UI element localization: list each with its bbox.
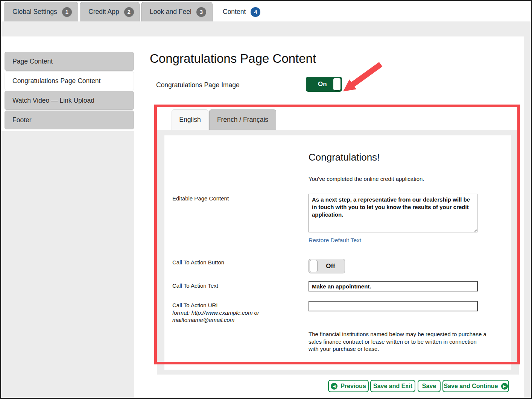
call-to-action-button-label: Call To Action Button <box>172 259 224 265</box>
previous-button[interactable]: ◀ Previous <box>328 380 369 392</box>
save-button-label: Save <box>422 383 436 390</box>
step-badge: 2 <box>124 7 134 17</box>
tab-credit-app[interactable]: Credit App 2 <box>80 2 140 21</box>
tab-content[interactable]: Content 4 <box>214 2 266 21</box>
financial-disclaimer-text: The financial institutions named below m… <box>309 331 487 353</box>
preview-heading: Congratulations! <box>309 152 380 163</box>
call-to-action-url-input[interactable] <box>309 301 478 311</box>
save-and-continue-button[interactable]: Save and Continue ▶ <box>442 380 509 392</box>
tab-label: Look and Feel <box>150 8 192 16</box>
call-to-action-url-hint-line2: mailto:name@email.com <box>172 317 234 323</box>
tab-french[interactable]: French / Français <box>209 109 276 130</box>
page-title: Congratulations Page Content <box>150 52 316 66</box>
step-badge: 1 <box>62 7 72 17</box>
toggle-knob <box>310 260 318 272</box>
preview-subtext: You've completed the online credit appli… <box>309 176 424 182</box>
arrow-left-icon: ◀ <box>331 383 337 390</box>
congratulations-page-image-label: Congratulations Page Image <box>156 81 240 89</box>
sidebar-item-page-content[interactable]: Page Content <box>5 52 134 71</box>
call-to-action-url-hint-line1: format: http://www.example.com or <box>172 309 259 316</box>
app-window: Global Settings 1 Credit App 2 Look and … <box>0 0 532 399</box>
previous-button-label: Previous <box>340 383 366 390</box>
congratulations-page-image-toggle[interactable]: On <box>306 77 342 92</box>
toggle-on-label: On <box>318 80 327 88</box>
tab-label: Credit App <box>88 8 119 16</box>
call-to-action-toggle[interactable]: Off <box>309 259 345 273</box>
tab-label: Global Settings <box>12 8 57 16</box>
save-and-continue-button-label: Save and Continue <box>444 383 498 390</box>
tab-global-settings[interactable]: Global Settings 1 <box>4 2 78 21</box>
save-and-exit-button[interactable]: Save and Exit <box>370 380 415 392</box>
save-and-exit-button-label: Save and Exit <box>373 383 412 390</box>
save-button[interactable]: Save <box>418 380 441 392</box>
call-to-action-text-input[interactable] <box>309 281 478 291</box>
step-badge: 4 <box>251 7 260 17</box>
restore-default-text-link[interactable]: Restore Default Text <box>309 237 361 244</box>
sidebar-item-watch-video-link-upload[interactable]: Watch Video — Link Upload <box>5 91 134 110</box>
toggle-off-label: Off <box>326 262 335 270</box>
call-to-action-text-label: Call To Action Text <box>172 282 218 289</box>
toggle-knob <box>333 78 341 91</box>
editable-page-content-label: Editable Page Content <box>172 195 229 202</box>
tab-english[interactable]: English <box>172 109 208 130</box>
sidebar-item-footer[interactable]: Footer <box>5 111 134 129</box>
editable-page-content-textarea[interactable]: As a next step, a representative from ou… <box>309 194 477 232</box>
tab-label: Content <box>223 8 246 16</box>
step-badge: 3 <box>196 7 206 17</box>
tab-look-and-feel[interactable]: Look and Feel 3 <box>141 2 213 21</box>
sidebar-item-congratulations-page-content[interactable]: Congratulations Page Content <box>5 71 134 90</box>
call-to-action-url-label: Call To Action URL <box>172 302 219 308</box>
arrow-right-icon: ▶ <box>501 383 508 390</box>
